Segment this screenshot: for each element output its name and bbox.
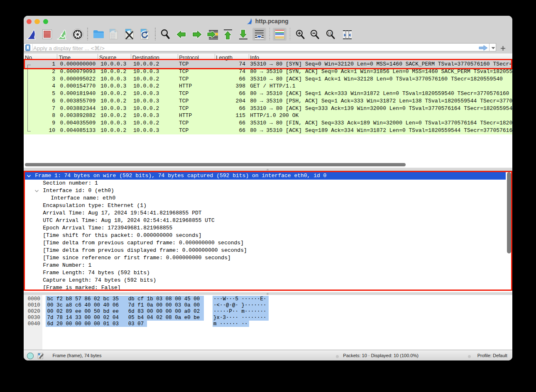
svg-text:1:1: 1:1 [328,32,332,35]
svg-text:0111: 0111 [111,37,115,39]
